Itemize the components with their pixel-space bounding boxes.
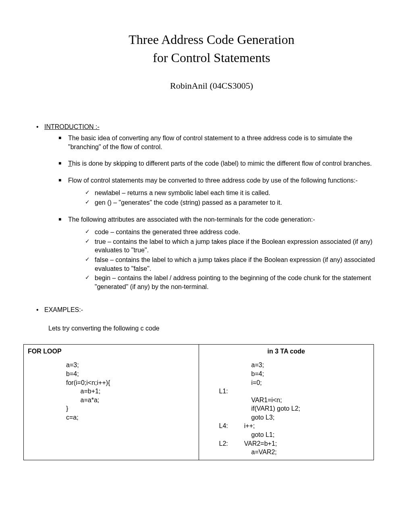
examples-header: • EXAMPLES:- bbox=[36, 306, 387, 314]
intro-item: Flow of control statements may be conver… bbox=[58, 176, 387, 207]
introduction-list: The basic idea of converting any flow of… bbox=[36, 134, 387, 291]
attribute-item: true – contains the label to which a jum… bbox=[85, 237, 387, 255]
intro-item-text: The following attributes are associated … bbox=[68, 216, 315, 223]
intro-item: The following attributes are associated … bbox=[58, 215, 387, 291]
left-header: FOR LOOP bbox=[28, 348, 195, 355]
right-header: in 3 TA code bbox=[203, 348, 370, 355]
examples-intro: Lets try converting the following c code bbox=[36, 325, 387, 332]
bullet-icon: • bbox=[36, 123, 44, 131]
table-cell-left: FOR LOOP a=3; b=4; for(i=0;i<n;i++){ a=b… bbox=[24, 345, 199, 460]
table-cell-right: in 3 TA code a=3; b=4; i=0; L1: VAR1=i<n… bbox=[199, 345, 374, 460]
page-subtitle: for Control Statements bbox=[36, 50, 387, 65]
intro-item: This is done by skipping to different pa… bbox=[58, 159, 387, 168]
examples-title: EXAMPLES:- bbox=[44, 306, 83, 314]
attribute-item: false – contains the label to which a ju… bbox=[85, 256, 387, 273]
source-code: a=3; b=4; for(i=0;i<n;i++){ a=b+1; a=a*a… bbox=[28, 361, 195, 422]
attribute-item: begin – contains the label / address poi… bbox=[85, 274, 387, 291]
function-item: newlabel – returns a new symbolic label … bbox=[85, 189, 387, 197]
intro-item-text: Flow of control statements may be conver… bbox=[68, 177, 358, 184]
introduction-header: • INTRODUCTION :- bbox=[36, 123, 387, 131]
code-comparison-table: FOR LOOP a=3; b=4; for(i=0;i<n;i++){ a=b… bbox=[23, 344, 374, 460]
bullet-icon: • bbox=[36, 306, 44, 314]
introduction-title: INTRODUCTION :- bbox=[44, 123, 100, 131]
author-line: RobinAnil (04CS3005) bbox=[36, 81, 387, 91]
attribute-item: code – contains the generated three addr… bbox=[85, 228, 387, 237]
function-item: gen () – "generates" the code (string) p… bbox=[85, 198, 387, 207]
functions-list: newlabel – returns a new symbolic label … bbox=[68, 189, 387, 207]
page-title: Three Address Code Generation bbox=[36, 32, 387, 47]
tac-code: a=3; b=4; i=0; L1: VAR1=i<n; if(VAR1) go… bbox=[203, 361, 370, 457]
attributes-list: code – contains the generated three addr… bbox=[68, 228, 387, 291]
intro-item: The basic idea of converting any flow of… bbox=[58, 134, 387, 151]
